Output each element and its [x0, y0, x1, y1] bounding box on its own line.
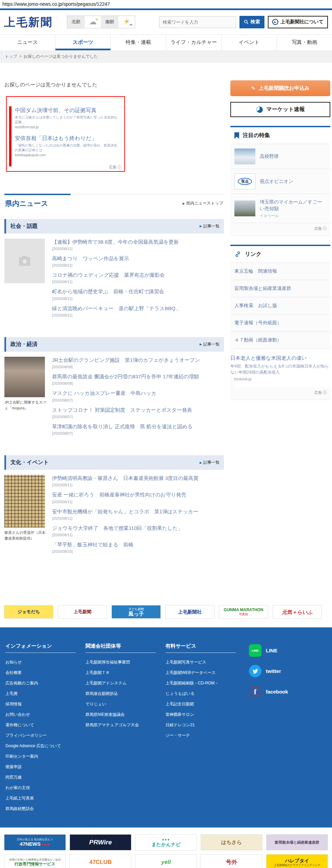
featured-item[interactable]: 高校野球 — [230, 144, 330, 169]
tab-sports[interactable]: スポーツ — [55, 35, 110, 50]
footer-link[interactable]: 群馬県アマチュアゴルフ大会 — [85, 720, 165, 730]
footer-link[interactable]: わが家の主役 — [5, 783, 85, 793]
ad-badge[interactable]: 広告ⓘ — [230, 387, 330, 400]
partner-logo-gunma-marathon[interactable]: GUNMA MARATHON写真館 — [219, 605, 268, 619]
breadcrumb-home-link[interactable]: トップ — [5, 54, 17, 59]
partner-logo-jomo-shimbun[interactable]: 上毛新聞 — [58, 605, 107, 619]
banner-47club[interactable]: 47CLUB — [70, 854, 131, 868]
footer-link[interactable]: 群馬連合新聞折込 — [85, 688, 165, 699]
banner-gyosei-joho[interactable]: 全国の官報と公報情報を共同通信がご提供行政専門情報サービス — [4, 854, 66, 868]
footer-link[interactable]: 上毛賞 — [5, 688, 85, 699]
featured-ad-item[interactable]: 埼玉県のマイホーム／すごーい売却額 イエウール — [230, 194, 330, 223]
sidebar-link-olympics[interactable]: 東京五輪 関連情報 — [230, 263, 330, 280]
footer-link[interactable]: 上毛新聞WEBデータベース — [165, 668, 246, 678]
banner-harebutai[interactable]: ハレブタイ上毛新聞社のクラウドファンディング — [266, 854, 328, 868]
article-link[interactable]: 伊勢崎清明高教諭・篠原さん 日本書道美術館展 3度目の最高賞 — [52, 475, 199, 481]
featured-item[interactable]: 視点 視点オピニオン — [230, 169, 330, 194]
line-button[interactable]: LINE LINE — [249, 644, 327, 657]
banner-matakan-navi[interactable]: ●●●またかんナビ — [135, 834, 197, 850]
tab-news[interactable]: ニュース — [0, 35, 55, 50]
article-link[interactable]: ジョウモウ大学終了 各地で授業110回「役割果たした」 — [52, 525, 183, 531]
partner-logo-kazekko[interactable]: 子ども新聞風っ子 — [111, 605, 161, 619]
footer-link[interactable]: 上毛新聞アドシステム — [85, 678, 165, 688]
sidebar-ad[interactable]: 日本老人と優雅な米国老人の違い 年4回、配当収入がもらえる6つの米国株日本人が知… — [230, 345, 330, 387]
sidebar-link-47video[interactable]: ４７動画（紙面連動） — [230, 332, 330, 349]
article-link[interactable]: JR土合駅のグランピング施設 第1弾のカフェがきょうオープン — [52, 357, 200, 363]
sidebar-link-tomioka[interactable]: 富岡製糸場と絹産業遺産群 — [230, 280, 330, 297]
footer-link[interactable]: ジー・サーチ — [165, 730, 246, 741]
footer-link[interactable]: 上毛新聞写真サービス — [165, 657, 246, 668]
calligraphy-photo[interactable] — [4, 475, 45, 527]
article-link[interactable]: 安中市観光機構が「始発ちゃん」とコラボ 第1弾はステッカー — [52, 509, 198, 514]
footer-link[interactable]: 群馬県NIE推進協議会 — [85, 709, 165, 720]
ad-title[interactable]: 安倍首相「日本はもう終わりだ」 — [15, 135, 120, 142]
article-link[interactable]: コロナ禍のウェディング応援 業界有志が撮影会 — [52, 272, 165, 278]
banner-gogai[interactable]: 号外 — [201, 854, 262, 868]
tab-photo-video[interactable]: 写真・動画 — [277, 35, 332, 50]
article-link[interactable]: 「琴平祭」飯玉神社で始まる 前橋 — [52, 542, 133, 547]
footer-link[interactable]: 雷神囲碁サロン — [165, 709, 246, 720]
prefecture-news-top-link[interactable]: ▶県内ニューストップ — [182, 200, 223, 206]
footer-link[interactable]: 印刷センター案内 — [5, 751, 85, 762]
partner-logo-genki-life[interactable]: 元気＋らいふ — [273, 605, 322, 619]
article-list-link[interactable]: ▶記事一覧 — [200, 342, 220, 347]
footer-link[interactable]: 広告掲載のご案内 — [5, 678, 85, 688]
about-company-button[interactable]: ▶ 上毛新聞社について — [268, 16, 328, 28]
footer-link[interactable]: 日経テレコン21 — [165, 720, 246, 730]
banner-47news[interactable]: 日本が見える 地方紙を読もう47NEWS NEW! — [4, 834, 66, 850]
footer-link[interactable]: でりじぇい — [85, 699, 165, 709]
footer-link[interactable]: 上毛紙上写真展 — [5, 793, 85, 804]
footer-link[interactable]: 著作権について — [5, 720, 85, 730]
search-button[interactable]: 検索 — [239, 16, 264, 28]
tab-life-culture[interactable]: ライフ・カルチャー — [166, 35, 221, 50]
article-link[interactable]: 高崎まつり ワッペン作品を展示 — [52, 255, 129, 261]
footer-link[interactable]: 上毛記念日新聞 — [165, 699, 246, 709]
footer-link[interactable]: 後援申請 — [5, 762, 85, 772]
cafe-photo[interactable] — [4, 357, 45, 397]
tab-events[interactable]: イベント — [221, 35, 277, 50]
footer-link[interactable]: 同窓万歳 — [5, 772, 85, 783]
footer-link[interactable]: 会社概要 — [5, 668, 85, 678]
article-link[interactable]: 安産 一緒に祈ろう 前橋産泰神社が男性向けのお守り発売 — [52, 492, 186, 497]
tab-features[interactable]: 特集・連載 — [110, 35, 166, 50]
footer-link[interactable]: 上毛新聞厚生福祉事業団 — [85, 657, 165, 668]
footer-link[interactable]: 上毛新聞ＴＲ — [85, 668, 165, 678]
twitter-button[interactable]: twitter — [249, 665, 327, 677]
article-link[interactable]: 草津町議の除名を取り消し 正式復帰 県 処分を違法と認める — [52, 424, 193, 429]
article-list-link[interactable]: ▶記事一覧 — [200, 460, 220, 465]
footer-link[interactable]: Google Adsence 広告について — [5, 741, 85, 751]
article-link[interactable]: 【速報】伊勢崎市で38.8度、今年の全国最高気温を更新 — [52, 239, 179, 245]
article-list-link[interactable]: ▶記事一覧 — [200, 223, 220, 229]
article-link[interactable]: ストップコロナ！ 対策認定制度 ステッカーとポスター発表 — [52, 407, 192, 413]
sidebar-link-jinji[interactable]: 人事検索 お試し版 — [230, 297, 330, 315]
facebook-button[interactable]: f facebook — [249, 685, 327, 698]
banner-tomioka-silk[interactable]: 富岡製糸場と絹産業遺産群 — [266, 834, 328, 850]
article-link[interactable]: 群馬県の最低賃金 審議会が2円増の837円を答申 17年連続の増額 — [52, 374, 199, 379]
article-link[interactable]: マスクに ハッカ油スプレー量産 中島ハッカ — [52, 390, 156, 396]
search-input[interactable] — [159, 16, 236, 28]
footer-link[interactable]: プライバシーポリシー — [5, 730, 85, 741]
ad-badge[interactable]: 広告 ⓘ — [109, 164, 122, 170]
footer-link[interactable]: じょうもばいる — [165, 688, 246, 699]
ad-badge[interactable]: 広告ⓘ — [230, 223, 330, 236]
footer-link[interactable]: 群馬政経懇話会 — [5, 804, 85, 814]
article-link[interactable]: 緑と清流眺めバーベキュー 道の駅上野「テラスBBQ」 — [52, 305, 180, 311]
subscribe-button[interactable]: ✎ 上毛新聞購読お申込み — [230, 80, 330, 96]
footer-link[interactable]: 上毛新聞縮刷版－CD-ROM－ — [165, 678, 246, 688]
footer-link[interactable]: お知らせ — [5, 657, 85, 668]
ad-item[interactable]: 安倍首相「日本はもう終わりだ」 「国民が貧しくなったのはあの黒幕の仕業」総理が告… — [15, 135, 120, 157]
article-link[interactable]: 町名から地域の歴史学ぶ 前橋・住吉町で講習会 — [52, 289, 164, 294]
weather-widget: 北部 ☁☀ 南部 ☀☁ — [67, 16, 135, 28]
partner-logo-jomodachi[interactable]: ジョモだち — [4, 605, 53, 619]
footer-link[interactable]: お問い合わせ — [5, 709, 85, 720]
ad-title[interactable]: 中国ダム決壊寸前、その証拠写真 — [15, 107, 120, 114]
footer-link[interactable]: 採用情報 — [5, 699, 85, 709]
partner-logo-jomo-shimbunsha[interactable]: 上毛新聞社 — [165, 605, 214, 619]
banner-hachisara[interactable]: はちさら — [201, 834, 262, 850]
ad-item[interactable]: 中国ダム決壊寸前、その証拠写真 本当に三峡ダムは決壊してしまうのか？衛星写真に写… — [15, 107, 120, 129]
site-logo[interactable]: 上毛新聞 — [4, 17, 53, 28]
sidebar-link-denshi[interactable]: 電子速報（号外紙面） — [230, 315, 330, 332]
banner-prwire[interactable]: PRWire — [70, 834, 131, 850]
market-report-button[interactable]: マーケット速報 — [230, 102, 330, 117]
banner-yell[interactable]: yell — [135, 854, 197, 868]
